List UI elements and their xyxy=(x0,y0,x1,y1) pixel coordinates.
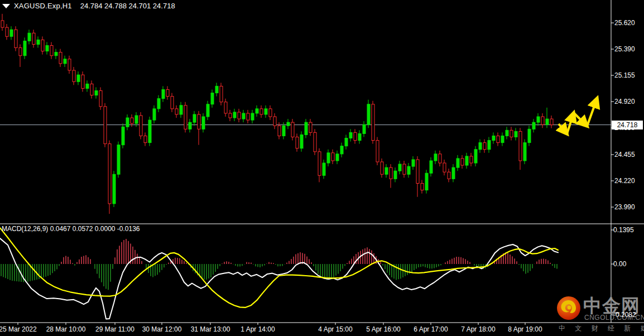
candle-body xyxy=(95,90,98,95)
candle-body xyxy=(323,163,325,175)
candle-body xyxy=(523,143,526,161)
candle-body xyxy=(390,167,392,179)
candle-body xyxy=(50,45,53,55)
candle-body xyxy=(46,45,49,51)
time-axis-label: 6 Apr 17:00 xyxy=(414,325,448,333)
trend-annotation-arrow[interactable] xyxy=(567,113,574,134)
candle-body xyxy=(443,163,446,172)
time-axis-label: 28 Mar 10:00 xyxy=(46,325,86,333)
candle-body xyxy=(81,75,84,88)
candle-body xyxy=(407,166,410,174)
macd-axis-label: -0.2082 xyxy=(613,311,636,319)
ohlc-quotes: 24.784 24.788 24.701 24.718 xyxy=(80,2,175,10)
price-axis-label: 24.455 xyxy=(614,151,635,159)
candle-body xyxy=(162,89,165,98)
price-axis-label: 24.220 xyxy=(614,177,635,185)
symbol-title: XAGUSD.Exp,H1 xyxy=(14,2,72,10)
candle-body xyxy=(430,161,432,173)
time-axis-label: 8 Apr 19:00 xyxy=(508,325,542,333)
symbol-dropdown-icon[interactable] xyxy=(2,4,10,8)
candle-body xyxy=(550,119,553,125)
trend-annotation-arrow[interactable] xyxy=(587,98,597,126)
candle-body xyxy=(113,174,116,204)
chart-canvas[interactable] xyxy=(0,0,644,336)
candle-body xyxy=(157,99,160,109)
candle-body xyxy=(202,117,205,129)
candle-body xyxy=(135,116,138,123)
candle-body xyxy=(541,117,544,124)
macd-indicator-label: MACD(12,26,9) 0.0467 0.0572 0.0000 -0.01… xyxy=(2,225,140,233)
candle-body xyxy=(211,93,214,104)
candle-body xyxy=(403,164,406,174)
candle-body xyxy=(345,138,348,146)
macd-main-line xyxy=(0,238,558,319)
candle-body xyxy=(1,21,4,27)
candle-body xyxy=(314,132,316,151)
price-axis-label: 25.155 xyxy=(614,71,635,79)
candle-body xyxy=(180,105,182,114)
time-axis-label: 31 Mar 13:00 xyxy=(191,325,230,333)
candle-body xyxy=(220,86,223,102)
candle-body xyxy=(126,118,129,127)
trend-annotation-arrow[interactable] xyxy=(574,113,587,126)
candle-body xyxy=(233,112,236,118)
candle-body xyxy=(41,40,44,51)
candle-body xyxy=(166,89,169,96)
cngold-logo-icon xyxy=(555,295,583,323)
trend-annotation-arrow[interactable] xyxy=(559,124,567,134)
candle-body xyxy=(68,59,71,70)
price-axis-label: 23.990 xyxy=(614,203,635,211)
candle-body xyxy=(198,114,200,129)
candle-body xyxy=(340,146,343,154)
candle-body xyxy=(421,183,424,190)
candle-body xyxy=(470,156,473,163)
candle-body xyxy=(215,86,218,93)
candle-body xyxy=(318,152,321,176)
candle-body xyxy=(519,131,522,161)
candle-body xyxy=(546,119,549,124)
macd-axis-label: 0.1395 xyxy=(613,226,634,234)
chart-header: XAGUSD.Exp,H1 24.784 24.788 24.701 24.71… xyxy=(2,2,175,10)
candle-body xyxy=(358,133,361,140)
time-axis-label: 7 Apr 18:00 xyxy=(461,325,495,333)
candle-body xyxy=(140,116,142,136)
candle-body xyxy=(398,164,401,171)
candle-body xyxy=(483,143,486,150)
candle-body xyxy=(6,27,8,36)
candle-body xyxy=(144,136,147,142)
candle-body xyxy=(416,160,419,184)
time-axis-label: 1 Apr 14:00 xyxy=(241,325,275,333)
candle-body xyxy=(282,126,285,136)
candle-body xyxy=(247,113,249,120)
candle-body xyxy=(532,122,535,129)
candle-body xyxy=(354,132,357,140)
macd-signal-line xyxy=(0,228,558,308)
candle-body xyxy=(376,141,379,162)
candle-body xyxy=(117,145,120,175)
candle-body xyxy=(501,136,504,142)
candle-body xyxy=(336,154,339,161)
chart-window: XAGUSD.Exp,H1 24.784 24.788 24.701 24.71… xyxy=(0,0,644,336)
candle-body xyxy=(148,120,151,142)
candle-body xyxy=(32,33,35,44)
candle-body xyxy=(434,154,437,161)
candle-body xyxy=(224,102,227,113)
candle-body xyxy=(412,160,415,166)
candle-body xyxy=(506,130,508,136)
candle-body xyxy=(296,137,299,148)
time-axis-label: 29 Mar 11:00 xyxy=(95,325,134,333)
candle-body xyxy=(229,113,232,118)
time-axis-label: 4 Apr 15:00 xyxy=(318,325,352,333)
candle-body xyxy=(28,33,31,41)
candle-body xyxy=(287,122,290,126)
price-axis-label: 24.920 xyxy=(614,98,635,105)
candle-body xyxy=(309,122,312,132)
candle-body xyxy=(291,122,294,137)
candle-body xyxy=(189,122,191,129)
candle-body xyxy=(99,90,102,106)
candle-body xyxy=(528,129,531,142)
candle-body xyxy=(108,144,111,204)
candle-body xyxy=(492,136,495,140)
candle-body xyxy=(331,153,334,161)
candle-body xyxy=(488,141,491,150)
